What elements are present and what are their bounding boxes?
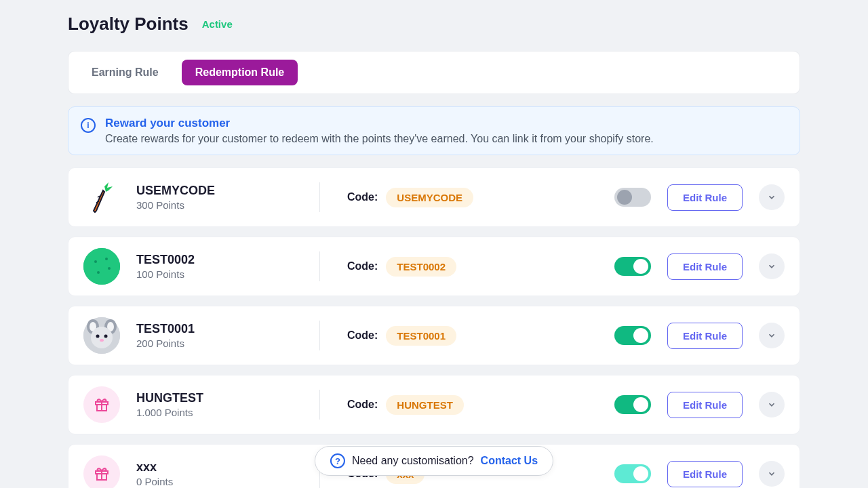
rule-points: 0 Points (136, 476, 306, 487)
expand-button[interactable] (759, 461, 785, 487)
svg-point-15 (100, 339, 104, 342)
rule-points: 100 Points (136, 268, 306, 280)
rule-icon (83, 248, 120, 285)
svg-point-4 (105, 258, 108, 260)
rule-icon (83, 455, 120, 488)
divider (319, 251, 320, 281)
rule-toggle[interactable] (614, 257, 651, 276)
chevron-down-icon (767, 400, 776, 409)
svg-point-5 (108, 267, 111, 270)
help-text: Need any customisation? (352, 455, 474, 467)
edit-rule-button[interactable]: Edit Rule (667, 253, 743, 280)
chevron-down-icon (767, 469, 776, 479)
rule-name: TEST0001 (136, 322, 306, 336)
code-pill: TEST0001 (386, 326, 456, 346)
svg-point-14 (104, 335, 108, 338)
rule-name: USEMYCODE (136, 184, 306, 198)
svg-point-12 (91, 327, 113, 348)
rule-points: 1.000 Points (136, 407, 306, 418)
contact-us-link[interactable]: Contact Us (481, 455, 538, 467)
expand-button[interactable] (759, 184, 785, 210)
edit-rule-button[interactable]: Edit Rule (667, 323, 743, 349)
rule-icon (83, 179, 120, 216)
rule-card: TEST0001 200 Points Code:TEST0001 Edit R… (68, 306, 800, 365)
code-label: Code: (347, 329, 378, 342)
rule-icon (83, 317, 120, 354)
edit-rule-button[interactable]: Edit Rule (667, 392, 743, 418)
tab-earning-rule[interactable]: Earning Rule (78, 60, 172, 85)
rule-card: TEST0002 100 Points Code:TEST0002 Edit R… (68, 237, 800, 296)
svg-point-6 (97, 271, 100, 274)
chevron-down-icon (767, 262, 776, 271)
rule-points: 200 Points (136, 338, 306, 349)
status-badge: Active (202, 18, 233, 30)
code-label: Code: (347, 191, 378, 203)
code-section: Code:TEST0001 (347, 326, 614, 346)
rule-name: TEST0002 (136, 253, 306, 267)
chevron-down-icon (767, 192, 776, 202)
rule-name: HUNGTEST (136, 391, 306, 405)
divider (319, 182, 320, 212)
help-pill: ? Need any customisation? Contact Us (315, 446, 553, 476)
rule-toggle[interactable] (614, 326, 651, 345)
edit-rule-button[interactable]: Edit Rule (667, 184, 743, 211)
code-section: Code:USEMYCODE (347, 188, 614, 207)
rule-toggle[interactable] (614, 188, 651, 207)
code-pill: USEMYCODE (386, 188, 473, 207)
rule-toggle[interactable] (614, 464, 651, 483)
divider (319, 321, 320, 350)
chevron-down-icon (767, 331, 776, 340)
code-section: Code:HUNGTEST (347, 395, 614, 415)
info-banner-title: Reward your customer (105, 117, 654, 130)
code-label: Code: (347, 260, 378, 272)
rule-toggle[interactable] (614, 395, 651, 414)
divider (319, 390, 320, 420)
code-pill: HUNGTEST (386, 395, 464, 415)
info-banner: i Reward your customer Create rewards fo… (68, 106, 800, 155)
rule-card: HUNGTEST 1.000 Points Code:HUNGTEST Edit… (68, 375, 800, 434)
svg-point-3 (94, 260, 97, 263)
svg-point-2 (83, 248, 120, 285)
info-icon: i (81, 118, 96, 133)
expand-button[interactable] (759, 253, 785, 279)
code-label: Code: (347, 399, 378, 411)
expand-button[interactable] (759, 392, 785, 418)
rule-points: 300 Points (136, 199, 306, 211)
edit-rule-button[interactable]: Edit Rule (667, 461, 743, 487)
tabs-bar: Earning Rule Redemption Rule (68, 51, 800, 94)
expand-button[interactable] (759, 323, 785, 348)
rule-card: USEMYCODE 300 Points Code:USEMYCODE Edit… (68, 167, 800, 227)
code-pill: TEST0002 (386, 257, 456, 277)
code-section: Code:TEST0002 (347, 257, 614, 277)
rule-name: xxx (136, 460, 306, 474)
tab-redemption-rule[interactable]: Redemption Rule (182, 60, 298, 85)
help-icon: ? (330, 453, 345, 468)
rule-icon (83, 386, 120, 423)
page-title: Loyalty Points (68, 14, 189, 35)
svg-point-13 (96, 335, 100, 338)
info-banner-desc: Create rewards for your customer to rede… (105, 133, 654, 145)
